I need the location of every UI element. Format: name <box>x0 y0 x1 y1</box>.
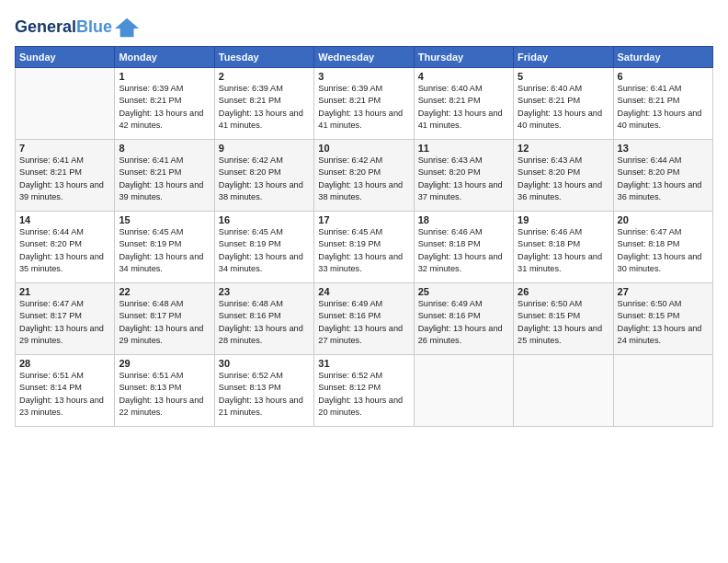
cell-info: Sunrise: 6:39 AMSunset: 8:21 PMDaylight:… <box>318 83 409 132</box>
calendar-cell: 21Sunrise: 6:47 AMSunset: 8:17 PMDayligh… <box>16 283 115 355</box>
logo-text: GeneralBlue <box>15 18 112 37</box>
calendar-cell: 29Sunrise: 6:51 AMSunset: 8:13 PMDayligh… <box>115 355 214 427</box>
day-number: 1 <box>119 71 210 82</box>
calendar-cell: 8Sunrise: 6:41 AMSunset: 8:21 PMDaylight… <box>115 140 214 212</box>
calendar-cell: 20Sunrise: 6:47 AMSunset: 8:18 PMDayligh… <box>613 212 712 283</box>
day-number: 12 <box>518 143 609 154</box>
day-number: 15 <box>119 214 210 225</box>
cell-info: Sunrise: 6:47 AMSunset: 8:18 PMDaylight:… <box>618 226 709 275</box>
calendar-cell: 11Sunrise: 6:43 AMSunset: 8:20 PMDayligh… <box>414 140 513 212</box>
day-header-friday: Friday <box>514 47 613 68</box>
cell-info: Sunrise: 6:51 AMSunset: 8:14 PMDaylight:… <box>19 370 110 419</box>
calendar-cell: 7Sunrise: 6:41 AMSunset: 8:21 PMDaylight… <box>16 140 115 212</box>
cell-info: Sunrise: 6:45 AMSunset: 8:19 PMDaylight:… <box>219 226 310 275</box>
day-number: 19 <box>518 214 609 225</box>
day-header-tuesday: Tuesday <box>214 47 313 68</box>
calendar-container: GeneralBlue SundayMondayTuesdayWednesday… <box>0 0 728 563</box>
day-number: 25 <box>418 286 509 297</box>
calendar-cell: 22Sunrise: 6:48 AMSunset: 8:17 PMDayligh… <box>115 283 214 355</box>
cell-info: Sunrise: 6:42 AMSunset: 8:20 PMDaylight:… <box>318 155 409 203</box>
cell-info: Sunrise: 6:43 AMSunset: 8:20 PMDaylight:… <box>518 155 609 203</box>
day-number: 23 <box>219 286 310 297</box>
day-number: 14 <box>19 214 110 225</box>
cell-info: Sunrise: 6:46 AMSunset: 8:18 PMDaylight:… <box>518 226 609 275</box>
calendar-cell <box>414 355 513 427</box>
day-number: 3 <box>318 71 409 82</box>
calendar-cell: 3Sunrise: 6:39 AMSunset: 8:21 PMDaylight… <box>314 68 414 140</box>
day-number: 4 <box>418 71 509 82</box>
calendar-cell: 31Sunrise: 6:52 AMSunset: 8:12 PMDayligh… <box>314 355 414 427</box>
calendar-cell <box>613 355 712 427</box>
day-number: 31 <box>318 358 409 369</box>
calendar-cell: 26Sunrise: 6:50 AMSunset: 8:15 PMDayligh… <box>514 283 613 355</box>
cell-info: Sunrise: 6:52 AMSunset: 8:12 PMDaylight:… <box>318 370 409 419</box>
cell-info: Sunrise: 6:40 AMSunset: 8:21 PMDaylight:… <box>518 83 609 132</box>
day-header-monday: Monday <box>115 47 214 68</box>
day-number: 7 <box>19 143 110 154</box>
calendar-week-5: 28Sunrise: 6:51 AMSunset: 8:14 PMDayligh… <box>16 355 713 427</box>
day-number: 13 <box>618 143 709 154</box>
logo-icon <box>115 15 141 40</box>
day-number: 9 <box>219 143 310 154</box>
calendar-week-2: 7Sunrise: 6:41 AMSunset: 8:21 PMDaylight… <box>16 140 713 212</box>
cell-info: Sunrise: 6:48 AMSunset: 8:16 PMDaylight:… <box>219 298 310 347</box>
cell-info: Sunrise: 6:50 AMSunset: 8:15 PMDaylight:… <box>618 298 709 347</box>
calendar-cell: 5Sunrise: 6:40 AMSunset: 8:21 PMDaylight… <box>514 68 613 140</box>
day-number: 29 <box>119 358 210 369</box>
calendar-cell: 24Sunrise: 6:49 AMSunset: 8:16 PMDayligh… <box>314 283 414 355</box>
calendar-cell: 28Sunrise: 6:51 AMSunset: 8:14 PMDayligh… <box>16 355 115 427</box>
cell-info: Sunrise: 6:48 AMSunset: 8:17 PMDaylight:… <box>119 298 210 347</box>
calendar-week-4: 21Sunrise: 6:47 AMSunset: 8:17 PMDayligh… <box>16 283 713 355</box>
day-header-saturday: Saturday <box>613 47 712 68</box>
day-number: 17 <box>318 214 409 225</box>
calendar-cell: 17Sunrise: 6:45 AMSunset: 8:19 PMDayligh… <box>314 212 414 283</box>
calendar-cell: 10Sunrise: 6:42 AMSunset: 8:20 PMDayligh… <box>314 140 414 212</box>
calendar-cell: 19Sunrise: 6:46 AMSunset: 8:18 PMDayligh… <box>514 212 613 283</box>
day-header-wednesday: Wednesday <box>314 47 414 68</box>
logo: GeneralBlue <box>15 15 141 40</box>
cell-info: Sunrise: 6:47 AMSunset: 8:17 PMDaylight:… <box>19 298 110 347</box>
cell-info: Sunrise: 6:51 AMSunset: 8:13 PMDaylight:… <box>119 370 210 419</box>
calendar-cell: 25Sunrise: 6:49 AMSunset: 8:16 PMDayligh… <box>414 283 513 355</box>
day-header-sunday: Sunday <box>16 47 115 68</box>
calendar-cell: 16Sunrise: 6:45 AMSunset: 8:19 PMDayligh… <box>214 212 313 283</box>
day-number: 28 <box>19 358 110 369</box>
day-number: 22 <box>119 286 210 297</box>
calendar-cell: 6Sunrise: 6:41 AMSunset: 8:21 PMDaylight… <box>613 68 712 140</box>
cell-info: Sunrise: 6:49 AMSunset: 8:16 PMDaylight:… <box>418 298 509 347</box>
calendar-cell: 15Sunrise: 6:45 AMSunset: 8:19 PMDayligh… <box>115 212 214 283</box>
day-number: 6 <box>618 71 709 82</box>
calendar-cell: 14Sunrise: 6:44 AMSunset: 8:20 PMDayligh… <box>16 212 115 283</box>
calendar-cell: 2Sunrise: 6:39 AMSunset: 8:21 PMDaylight… <box>214 68 313 140</box>
cell-info: Sunrise: 6:45 AMSunset: 8:19 PMDaylight:… <box>318 226 409 275</box>
day-number: 16 <box>219 214 310 225</box>
cell-info: Sunrise: 6:46 AMSunset: 8:18 PMDaylight:… <box>418 226 509 275</box>
day-header-thursday: Thursday <box>414 47 513 68</box>
calendar-cell <box>514 355 613 427</box>
calendar-cell: 27Sunrise: 6:50 AMSunset: 8:15 PMDayligh… <box>613 283 712 355</box>
cell-info: Sunrise: 6:44 AMSunset: 8:20 PMDaylight:… <box>618 155 709 203</box>
day-number: 24 <box>318 286 409 297</box>
day-number: 5 <box>518 71 609 82</box>
day-number: 10 <box>318 143 409 154</box>
day-number: 8 <box>119 143 210 154</box>
calendar-week-1: 1Sunrise: 6:39 AMSunset: 8:21 PMDaylight… <box>16 68 713 140</box>
calendar-cell: 18Sunrise: 6:46 AMSunset: 8:18 PMDayligh… <box>414 212 513 283</box>
cell-info: Sunrise: 6:39 AMSunset: 8:21 PMDaylight:… <box>119 83 210 132</box>
calendar-cell <box>16 68 115 140</box>
day-number: 18 <box>418 214 509 225</box>
cell-info: Sunrise: 6:39 AMSunset: 8:21 PMDaylight:… <box>219 83 310 132</box>
calendar-cell: 4Sunrise: 6:40 AMSunset: 8:21 PMDaylight… <box>414 68 513 140</box>
day-number: 2 <box>219 71 310 82</box>
day-number: 20 <box>618 214 709 225</box>
calendar-cell: 12Sunrise: 6:43 AMSunset: 8:20 PMDayligh… <box>514 140 613 212</box>
calendar-header: GeneralBlue <box>15 15 713 40</box>
calendar-week-3: 14Sunrise: 6:44 AMSunset: 8:20 PMDayligh… <box>16 212 713 283</box>
cell-info: Sunrise: 6:50 AMSunset: 8:15 PMDaylight:… <box>518 298 609 347</box>
day-number: 27 <box>618 286 709 297</box>
cell-info: Sunrise: 6:43 AMSunset: 8:20 PMDaylight:… <box>418 155 509 203</box>
cell-info: Sunrise: 6:42 AMSunset: 8:20 PMDaylight:… <box>219 155 310 203</box>
cell-info: Sunrise: 6:41 AMSunset: 8:21 PMDaylight:… <box>618 83 709 132</box>
cell-info: Sunrise: 6:49 AMSunset: 8:16 PMDaylight:… <box>318 298 409 347</box>
day-number: 21 <box>19 286 110 297</box>
